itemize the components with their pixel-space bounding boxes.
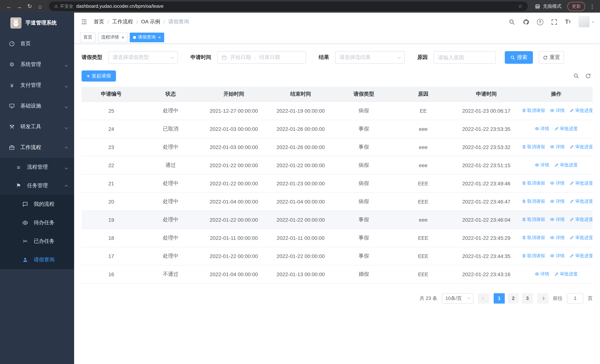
- search-button[interactable]: 搜索: [505, 51, 533, 64]
- sidebar-item-payment[interactable]: ¥ 支付管理: [0, 75, 74, 96]
- detail-link[interactable]: 详情: [535, 271, 549, 277]
- tab-home[interactable]: 首页: [80, 32, 96, 42]
- cell-start-time: 2022-01-22 00:00:00: [200, 174, 267, 192]
- cell-apply-id: 24: [82, 120, 141, 138]
- sidebar-item-system[interactable]: ⚙ 系统管理: [0, 54, 74, 75]
- prev-page-button[interactable]: [478, 293, 489, 303]
- breadcrumb-workflow[interactable]: 工作流程: [112, 19, 133, 25]
- cell-apply-id: 21: [82, 174, 141, 192]
- user-menu[interactable]: ▾: [579, 16, 594, 28]
- end-date-placeholder: 结束日期: [259, 54, 280, 61]
- browser-back-icon[interactable]: ←: [4, 1, 14, 11]
- reset-button[interactable]: 重置: [539, 51, 564, 64]
- breadcrumb-oa-example[interactable]: OA 示例: [141, 19, 160, 25]
- cancel-leave-link[interactable]: 取消请假: [522, 198, 545, 205]
- refresh-table-icon[interactable]: [585, 73, 591, 79]
- cancel-leave-link[interactable]: 取消请假: [522, 253, 545, 259]
- chevron-down-icon: [65, 103, 67, 109]
- page-button-2[interactable]: 2: [508, 293, 519, 303]
- browser-reload-icon[interactable]: ↻: [24, 1, 35, 11]
- pen-icon: [554, 163, 559, 167]
- search-icon[interactable]: [509, 19, 515, 25]
- detail-link[interactable]: 详情: [535, 162, 549, 168]
- approval-progress-link[interactable]: 审批进度: [554, 126, 578, 132]
- approval-progress-link[interactable]: 审批进度: [570, 216, 593, 223]
- approval-progress-link[interactable]: 审批进度: [570, 235, 593, 241]
- detail-link[interactable]: 详情: [550, 216, 565, 223]
- detail-link[interactable]: 详情: [550, 198, 565, 205]
- approval-progress-link[interactable]: 审批进度: [570, 107, 593, 114]
- help-icon[interactable]: ?: [537, 19, 543, 25]
- approval-progress-link[interactable]: 审批进度: [554, 162, 578, 168]
- tab-process-detail[interactable]: 流程详情 ×: [98, 32, 128, 42]
- browser-menu-icon[interactable]: ⋮: [588, 3, 596, 9]
- app-logo-row[interactable]: 芋道管理系统: [0, 13, 74, 33]
- approval-progress-link[interactable]: 审批进度: [570, 198, 593, 205]
- sidebar-item-devtools[interactable]: ⚒ 研发工具: [0, 116, 74, 137]
- security-label: 不安全: [60, 3, 73, 9]
- sidebar-item-workflow[interactable]: 工作流程: [0, 137, 74, 158]
- close-icon[interactable]: ×: [121, 35, 124, 39]
- start-date-placeholder: 开始日期: [230, 54, 251, 61]
- browser-home-icon[interactable]: ⌂: [35, 1, 45, 11]
- font-size-icon[interactable]: TT: [565, 19, 571, 25]
- page-size-select[interactable]: 10条/页: [442, 293, 474, 303]
- result-select[interactable]: 请选择流结果: [335, 51, 405, 64]
- detail-link[interactable]: 详情: [535, 126, 549, 132]
- cancel-leave-link[interactable]: 取消请假: [522, 216, 545, 223]
- detail-link[interactable]: 详情: [550, 235, 565, 241]
- page-button-3[interactable]: 3: [522, 293, 533, 303]
- bookmark-star-icon[interactable]: ☆: [518, 3, 523, 9]
- create-leave-button[interactable]: + 发起请假: [82, 70, 116, 82]
- apply-time-range-picker[interactable]: 开始日期 - 结束日期: [217, 51, 306, 64]
- security-indicator[interactable]: ⚠ 不安全: [54, 3, 73, 9]
- cancel-leave-link[interactable]: 取消请假: [522, 235, 545, 241]
- chevron-down-icon: [65, 62, 67, 67]
- detail-link[interactable]: 详情: [550, 180, 565, 187]
- goto-page-input[interactable]: [567, 293, 583, 303]
- toggle-search-icon[interactable]: [573, 73, 579, 79]
- cell-reason: EE: [394, 102, 453, 120]
- github-icon[interactable]: [523, 19, 529, 25]
- sidebar-item-done-tasks[interactable]: ✂ 已办任务: [0, 232, 74, 251]
- sidebar-item-leave-query[interactable]: 请假查询: [0, 251, 74, 269]
- close-icon[interactable]: ×: [158, 35, 161, 39]
- sidebar-collapse-icon[interactable]: [80, 18, 88, 26]
- page-button-1[interactable]: 1: [494, 293, 505, 303]
- sidebar-item-process-mgmt[interactable]: ≡ 流程管理: [0, 158, 74, 177]
- tab-leave-query[interactable]: 请假查询 ×: [130, 32, 164, 42]
- sidebar-item-task-mgmt[interactable]: ⚑ 任务管理: [0, 177, 74, 195]
- sidebar-item-home[interactable]: 首页: [0, 33, 74, 54]
- detail-link[interactable]: 详情: [550, 107, 565, 114]
- sidebar-item-my-processes[interactable]: 我的流程: [0, 195, 74, 214]
- cancel-leave-link[interactable]: 取消请假: [522, 144, 545, 150]
- browser-toolbar: ← → ↻ ⌂ ⚠ 不安全 dashboard.yudao.iocoder.cn…: [0, 0, 600, 13]
- eye-icon: [535, 272, 539, 276]
- approval-progress-link[interactable]: 审批进度: [570, 144, 593, 150]
- breadcrumb: 首页 / 工作流程 / OA 示例 / 请假查询: [94, 19, 189, 25]
- cell-apply-id: 22: [82, 156, 141, 174]
- detail-link[interactable]: 详情: [550, 253, 565, 259]
- eye-icon: [550, 181, 555, 186]
- cancel-leave-link[interactable]: 取消请假: [522, 180, 545, 187]
- approval-progress-link[interactable]: 审批进度: [554, 271, 578, 277]
- sidebar-item-infrastructure[interactable]: 基础设施: [0, 96, 74, 116]
- table-row: 21 处理中 2022-01-22 00:00:00 2022-01-23 00…: [82, 174, 593, 192]
- browser-forward-icon[interactable]: →: [14, 1, 24, 11]
- breadcrumb-home[interactable]: 首页: [94, 19, 104, 25]
- approval-progress-link[interactable]: 审批进度: [570, 253, 593, 259]
- browser-update-button[interactable]: 更新: [567, 2, 585, 11]
- next-page-button[interactable]: [537, 293, 548, 303]
- avatar[interactable]: [579, 16, 590, 28]
- fullscreen-icon[interactable]: [551, 19, 557, 25]
- incognito-label: 无痕模式: [543, 3, 562, 9]
- address-bar[interactable]: ⚠ 不安全 dashboard.yudao.iocoder.cn/bpm/oa/…: [49, 1, 528, 11]
- cancel-leave-link[interactable]: 取消请假: [522, 107, 545, 114]
- sidebar-item-todo-tasks[interactable]: 待办任务: [0, 214, 74, 232]
- leave-type-select[interactable]: 请选择请假类型: [108, 51, 178, 64]
- calendar-icon: [222, 55, 227, 60]
- cell-end-time: 2022-01-22 00:00:00: [267, 211, 334, 229]
- reason-input[interactable]: [434, 51, 496, 64]
- approval-progress-link[interactable]: 审批进度: [570, 180, 593, 187]
- detail-link[interactable]: 详情: [550, 144, 565, 150]
